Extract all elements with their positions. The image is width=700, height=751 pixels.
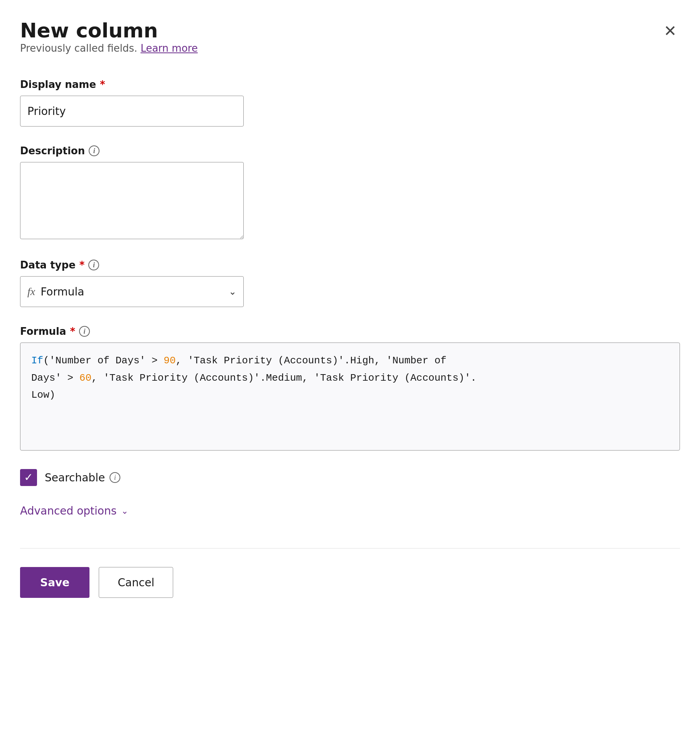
data-type-group: Data type * i fx Formula ⌄: [20, 259, 680, 307]
formula-if-keyword: If: [31, 355, 43, 366]
advanced-options-row[interactable]: Advanced options ⌄: [20, 505, 680, 517]
save-button[interactable]: Save: [20, 567, 89, 598]
dialog-title: New column: [20, 19, 198, 42]
dialog-subtitle: Previously called fields. Learn more: [20, 42, 198, 54]
display-name-group: Display name *: [20, 79, 680, 127]
advanced-options-label: Advanced options: [20, 505, 116, 517]
check-icon: ✓: [24, 472, 33, 483]
searchable-info-icon[interactable]: i: [110, 472, 120, 483]
formula-editor[interactable]: If('Number of Days' > 90, 'Task Priority…: [20, 343, 680, 451]
display-name-label: Display name *: [20, 79, 680, 90]
searchable-row: ✓ Searchable i: [20, 469, 680, 486]
required-asterisk: *: [100, 79, 105, 90]
display-name-input[interactable]: [20, 96, 244, 127]
dialog-header: New column Previously called fields. Lea…: [20, 19, 680, 76]
description-input[interactable]: [20, 162, 244, 239]
data-type-required: *: [79, 259, 85, 271]
learn-more-link[interactable]: Learn more: [140, 42, 197, 54]
searchable-checkbox[interactable]: ✓: [20, 469, 37, 486]
data-type-value: Formula: [40, 285, 229, 298]
formula-group: Formula * i If('Number of Days' > 90, 'T…: [20, 326, 680, 451]
new-column-dialog: New column Previously called fields. Lea…: [0, 0, 700, 751]
formula-required: *: [70, 326, 75, 337]
dialog-title-group: New column Previously called fields. Lea…: [20, 19, 198, 76]
cancel-button[interactable]: Cancel: [99, 567, 173, 598]
searchable-label: Searchable i: [45, 471, 120, 484]
close-button[interactable]: ✕: [661, 20, 680, 42]
button-divider: [20, 548, 680, 548]
data-type-select[interactable]: fx Formula ⌄: [20, 276, 244, 307]
button-row: Save Cancel: [20, 567, 680, 598]
description-label: Description i: [20, 145, 680, 157]
data-type-label: Data type * i: [20, 259, 680, 271]
fx-icon: fx: [27, 285, 35, 298]
chevron-down-icon: ⌄: [229, 286, 236, 297]
formula-label: Formula * i: [20, 326, 680, 337]
formula-info-icon[interactable]: i: [79, 326, 90, 337]
description-group: Description i: [20, 145, 680, 241]
data-type-info-icon[interactable]: i: [88, 260, 99, 270]
advanced-options-chevron-icon: ⌄: [121, 506, 128, 516]
description-info-icon[interactable]: i: [89, 145, 100, 156]
